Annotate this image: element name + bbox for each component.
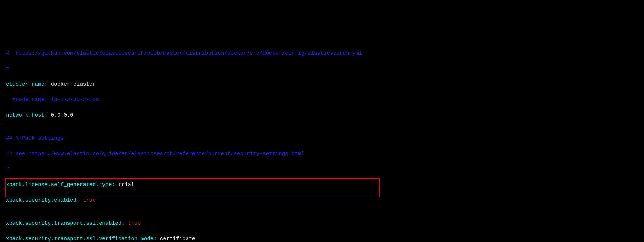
yaml-key: xpack.security.transport.ssl.verificatio… [6,236,157,242]
yaml-key: cluster.name: [6,81,48,87]
comment-text: ## see https://www.elastic.co/guide/en/e… [6,151,304,157]
config-line: xpack.security.transport.ssl.enabled: tr… [6,219,638,227]
comment-text: # [6,66,9,72]
yaml-value: true [80,197,96,203]
config-line: # [6,165,638,173]
yaml-key: network.host: [6,112,48,118]
yaml-key: xpack.security.transport.ssl.enabled: [6,220,125,226]
config-line: network.host: 0.0.0.0 [6,111,638,119]
config-line: xpack.license.self_generated.type: trial [6,181,638,188]
terminal-editor[interactable]: # https://github.com/elastic/elasticsear… [0,39,644,242]
config-line: ## see https://www.elastic.co/guide/en/e… [6,150,638,158]
yaml-key: xpack.license.self_generated.type: [6,182,115,188]
yaml-value: certificate [157,236,195,242]
comment-text: # https://github.com/elastic/elasticsear… [6,50,362,56]
config-line: xpack.security.transport.ssl.verificatio… [6,235,638,242]
yaml-value: docker-cluster [48,81,96,87]
config-line: xpack.security.enabled: true [6,196,638,204]
config-line: # https://github.com/elastic/elasticsear… [6,49,638,57]
comment-text: #node.name: ip-172-30-2-108 [6,97,99,103]
comment-text: ## X-Pack settings [6,135,64,141]
config-line: cluster.name: docker-cluster [6,80,638,88]
config-line: # [6,65,638,73]
comment-text: # [6,166,9,172]
yaml-value: true [125,220,141,226]
config-line: #node.name: ip-172-30-2-108 [6,96,638,103]
yaml-value: 0.0.0.0 [48,112,73,118]
yaml-key: xpack.security.enabled: [6,197,80,203]
config-line: ## X-Pack settings [6,134,638,142]
yaml-value: trial [115,182,134,188]
